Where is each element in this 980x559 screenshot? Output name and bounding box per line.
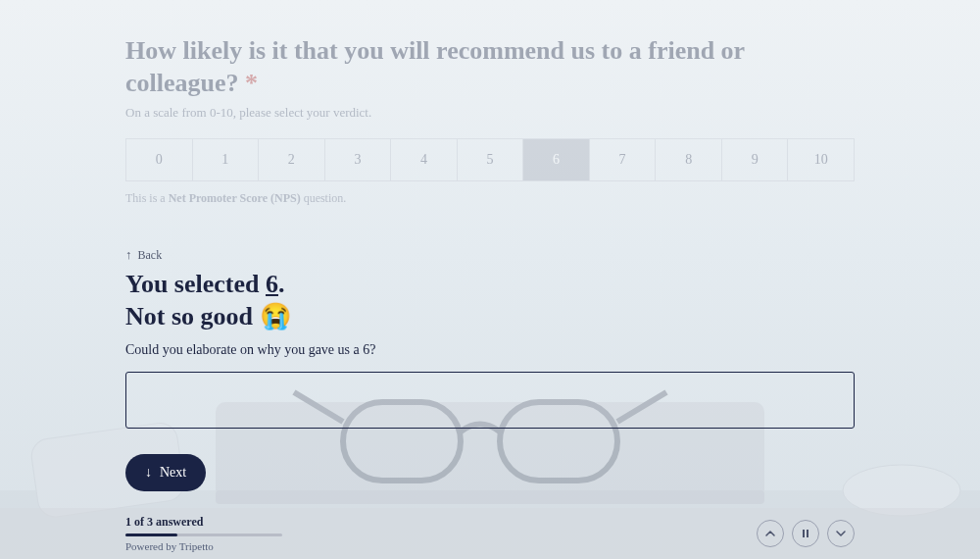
scale-option-2[interactable]: 2	[258, 139, 324, 180]
footer: 1 of 3 answered Powered by Tripetto	[0, 508, 980, 559]
scale-option-10[interactable]: 10	[787, 139, 854, 180]
followup-prompt: Could you elaborate on why you gave us a…	[125, 342, 855, 358]
progress-bar	[125, 534, 282, 536]
scale-option-3[interactable]: 3	[324, 139, 391, 180]
scale-option-7[interactable]: 7	[589, 139, 656, 180]
chevron-up-icon	[764, 528, 776, 539]
arrow-up-icon: ↑	[125, 247, 132, 263]
scale-option-1[interactable]: 1	[192, 139, 259, 180]
scale-option-8[interactable]: 8	[655, 139, 721, 180]
nav-down-button[interactable]	[827, 520, 855, 547]
powered-by: Powered by Tripetto	[125, 540, 757, 552]
nps-scale: 012345678910	[125, 138, 855, 181]
nav-up-button[interactable]	[757, 520, 784, 547]
nps-hint: This is a Net Promoter Score (NPS) quest…	[125, 191, 855, 206]
scale-option-0[interactable]: 0	[126, 139, 192, 180]
nav-pause-button[interactable]	[792, 520, 819, 547]
scale-option-9[interactable]: 9	[721, 139, 788, 180]
progress-text: 1 of 3 answered	[125, 515, 757, 530]
question-nps: How likely is it that you will recommend…	[125, 35, 855, 206]
followup-title: You selected 6. Not so good 😭	[125, 269, 855, 332]
svg-rect-2	[216, 490, 764, 504]
question-followup: ↑ Back You selected 6. Not so good 😭 Cou…	[125, 245, 855, 491]
next-button[interactable]: ↓ Next	[125, 454, 206, 491]
back-button[interactable]: ↑ Back	[125, 247, 162, 263]
chevron-down-icon	[835, 528, 847, 539]
scale-option-4[interactable]: 4	[390, 139, 457, 180]
pause-icon	[803, 530, 808, 537]
scale-option-5[interactable]: 5	[457, 139, 523, 180]
nps-subtitle: On a scale from 0-10, please select your…	[125, 105, 855, 121]
required-mark: *	[245, 69, 258, 97]
nps-title: How likely is it that you will recommend…	[125, 35, 855, 99]
arrow-down-icon: ↓	[145, 465, 152, 481]
elaborate-input[interactable]	[125, 372, 855, 429]
scale-option-6[interactable]: 6	[522, 139, 589, 180]
